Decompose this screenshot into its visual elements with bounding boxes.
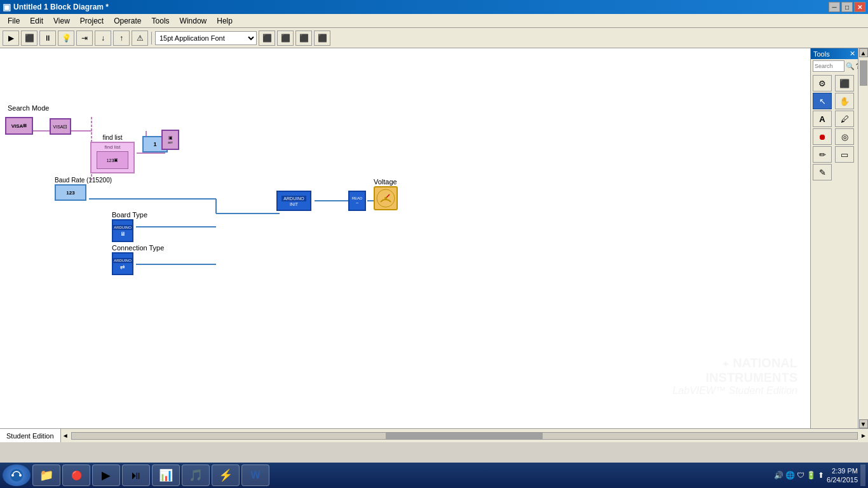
right-scrollbar[interactable]: ▲ ▼ [858,48,868,428]
hscroll-track [71,432,858,440]
tools-search-icon[interactable]: 🔍 [846,62,855,71]
menu-bar: File Edit View Project Operate Tools Win… [0,14,868,28]
baud-rate-block[interactable]: 123 [55,184,86,201]
menu-view[interactable]: View [48,15,75,27]
arduino-button[interactable]: ⚡ [212,464,240,486]
ni-logo: ✦ NATIONALINSTRUMENTS [672,356,797,385]
scroll-track [858,57,868,419]
file-explorer-button[interactable]: 📁 [32,464,60,486]
visa-resource-node[interactable]: VISA ⊡ [50,118,71,135]
reorder-button[interactable]: ⬛ [314,30,330,46]
voltage-container: Voltage [374,178,398,210]
menu-project[interactable]: Project [75,15,109,27]
read-block[interactable]: READ ~ [348,191,366,211]
start-button[interactable] [3,464,31,486]
menu-edit[interactable]: Edit [25,15,48,27]
scroll-down-button[interactable]: ▼ [859,419,868,428]
step-into-button[interactable]: ↓ [95,30,111,46]
configure-tool[interactable]: ⚙ [813,75,832,92]
system-clock[interactable]: 2:39 PM 6/24/2015 [827,466,858,485]
titlebar-left: ▣ Untitled 1 Block Diagram * [3,2,109,12]
pause-button[interactable]: ⏸ [39,30,56,46]
tray-icon-3[interactable]: 🛡 [797,471,804,480]
minimize-button[interactable]: ─ [829,2,840,12]
extra-tool[interactable]: ✎ [813,164,832,180]
step-over-button[interactable]: ⇥ [76,30,93,46]
powerpoint-button[interactable]: 📊 [152,464,180,486]
scroll-up-button[interactable]: ▲ [859,48,868,57]
read-block-container: READ ~ [348,191,366,211]
cursor-tool[interactable]: ↖ [813,93,832,109]
scroll-thumb[interactable] [860,60,867,86]
tools-close-icon[interactable]: ✕ [850,50,855,58]
baud-rate-label: Baud Rate (115200) [55,177,112,184]
chrome-button[interactable]: 🔴 [62,464,90,486]
tools-panel: Tools ✕ 🔍 ? ⚙ ⬛ ↖ ✋ A 🖊 ⏺ ◎ ✏ ▭ ✎ [810,48,858,428]
visa-open-node[interactable]: VISA ⊞ [5,117,33,135]
draw-tool[interactable]: ▭ [835,146,854,163]
window-title: Untitled 1 Block Diagram * [13,3,109,11]
tray-icon-1[interactable]: 🔊 [774,471,783,480]
close-button[interactable]: ✕ [854,2,865,12]
tray-icon-5[interactable]: ⬆ [818,471,824,480]
menu-help[interactable]: Help [212,15,238,27]
tray-icon-2[interactable]: 🌐 [785,471,795,480]
align-button[interactable]: ⬛ [259,30,275,46]
toolbar: ▶ ⬛ ⏸ 💡 ⇥ ↓ ↑ ⚠ 15pt Application Font ⬛ … [0,28,868,48]
tools-grid: ⚙ ⬛ ↖ ✋ A 🖊 ⏺ ◎ ✏ ▭ ✎ [811,73,858,182]
array-indicator[interactable]: ▣ arr [161,130,179,150]
main-container: Search Mode VISA ⊞ VISA ⊡ find list find… [0,48,868,428]
pan-tool[interactable]: ✋ [835,93,854,109]
tools-title-label: Tools [813,50,830,58]
board-type-block[interactable]: ARDUINO 🖥 [112,219,133,242]
hscroll-right-button[interactable]: ► [859,432,868,439]
gauge-block[interactable] [374,186,398,210]
ni-watermark: ✦ NATIONALINSTRUMENTS LabVIEW™ Student E… [672,356,797,396]
taskbar: 📁 🔴 ▶ ⏯ 📊 🎵 ⚡ W 🔊 🌐 🛡 🔋 ⬆ 2:39 PM 6/24/2… [0,463,868,488]
tools-title: Tools ✕ [811,48,858,59]
show-desktop-button[interactable] [860,464,865,486]
spotify-button[interactable]: 🎵 [182,464,210,486]
menu-tools[interactable]: Tools [147,15,175,27]
student-edition-tab[interactable]: Student Edition [0,429,61,442]
block-diagram-canvas[interactable]: Search Mode VISA ⊞ VISA ⊡ find list find… [0,48,810,428]
font-selector[interactable]: 15pt Application Font [155,31,257,45]
tools-search-area: 🔍 ? [811,59,858,73]
menu-file[interactable]: File [3,15,25,27]
run-arrow-button[interactable]: ▶ [3,30,19,46]
tools-search-input[interactable] [813,60,844,72]
find-list-block[interactable]: find list 123 ▣ [90,142,135,173]
probe-tool[interactable]: ◎ [835,128,854,145]
breakpoint-tool[interactable]: ⏺ [813,128,832,145]
distribute-button[interactable]: ⬛ [277,30,294,46]
media-player-button[interactable]: ▶ [92,464,120,486]
player2-button[interactable]: ⏯ [122,464,150,486]
connection-type-block[interactable]: ARDUINO ⇄ [112,252,133,275]
toolbar-sep1 [151,32,152,44]
maximize-button[interactable]: □ [841,2,853,12]
svg-point-17 [11,474,14,477]
titlebar-controls[interactable]: ─ □ ✕ [829,2,865,12]
warn-button[interactable]: ⚠ [132,30,148,46]
hscroll-thumb[interactable] [386,433,543,439]
resize-button[interactable]: ⬛ [295,30,312,46]
tray-icon-4[interactable]: 🔋 [806,471,816,480]
menu-window[interactable]: Window [175,15,212,27]
system-tray: 🔊 🌐 🛡 🔋 ⬆ [774,471,824,480]
hscroll-left-button[interactable]: ◄ [61,432,70,439]
step-out-button[interactable]: ↑ [113,30,130,46]
select-tool[interactable]: ⬛ [835,75,854,92]
app-icon: ▣ [3,2,11,12]
menu-operate[interactable]: Operate [109,15,146,27]
connect-tool[interactable]: 🖊 [835,111,854,127]
word-button[interactable]: W [241,464,269,486]
visa-open-block[interactable]: VISA ⊞ [5,117,33,135]
svg-point-18 [19,474,22,477]
text-tool[interactable]: A [813,111,832,127]
labview-edition: LabVIEW™ Student Edition [672,385,797,396]
color-tool[interactable]: ✏ [813,146,832,163]
visa-resource-block[interactable]: VISA ⊡ [50,118,71,135]
highlight-button[interactable]: 💡 [58,30,74,46]
arduino-init-block[interactable]: ARDUINO INIT [276,191,311,211]
abort-button[interactable]: ⬛ [21,30,37,46]
